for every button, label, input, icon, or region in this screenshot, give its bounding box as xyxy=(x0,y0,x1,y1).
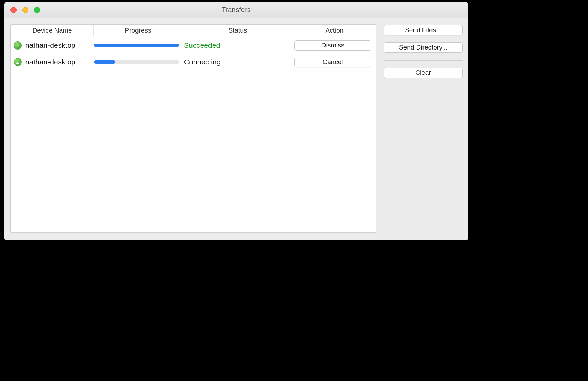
window-content: Device Name Progress Status Action natha… xyxy=(4,18,468,240)
column-header-progress[interactable]: Progress xyxy=(94,25,182,36)
transfers-table: Device Name Progress Status Action natha… xyxy=(10,24,376,233)
progress-bar xyxy=(94,44,179,47)
cell-status: Succeeded xyxy=(182,41,293,50)
cell-progress xyxy=(94,44,182,47)
device-name-label: nathan-desktop xyxy=(25,58,75,66)
progress-bar xyxy=(94,60,115,64)
table-header: Device Name Progress Status Action xyxy=(11,25,376,36)
download-icon xyxy=(14,41,22,50)
progress-track xyxy=(94,60,179,64)
send-directory-button[interactable]: Send Directory... xyxy=(384,42,463,53)
cancel-button[interactable]: Cancel xyxy=(294,57,371,67)
cell-device: nathan-desktop xyxy=(13,41,94,50)
cell-device: nathan-desktop xyxy=(13,58,94,66)
minimize-window-button[interactable] xyxy=(22,7,28,13)
cell-status: Connecting xyxy=(182,58,293,66)
sidebar: Send Files... Send Directory... Clear xyxy=(384,24,463,233)
download-icon xyxy=(14,58,22,66)
column-header-device[interactable]: Device Name xyxy=(11,25,94,36)
cell-progress xyxy=(94,60,182,64)
clear-button[interactable]: Clear xyxy=(384,68,463,78)
table-row[interactable]: nathan-desktopConnectingCancel xyxy=(11,54,376,70)
close-window-button[interactable] xyxy=(10,7,17,13)
progress-track xyxy=(94,44,179,47)
column-header-action[interactable]: Action xyxy=(293,25,376,36)
traffic-lights xyxy=(10,7,40,13)
window-title: Transfers xyxy=(4,6,468,14)
table-body: nathan-desktopSucceededDismissnathan-des… xyxy=(11,36,376,232)
table-row[interactable]: nathan-desktopSucceededDismiss xyxy=(11,37,376,54)
sidebar-separator xyxy=(384,60,463,61)
column-header-status[interactable]: Status xyxy=(182,25,293,36)
cell-action: Cancel xyxy=(293,57,374,67)
titlebar: Transfers xyxy=(4,2,468,18)
transfers-window: Transfers Device Name Progress Status Ac… xyxy=(4,2,468,240)
send-files-button[interactable]: Send Files... xyxy=(384,25,463,35)
cell-action: Dismiss xyxy=(293,40,374,51)
dismiss-button[interactable]: Dismiss xyxy=(294,40,371,51)
device-name-label: nathan-desktop xyxy=(25,41,75,50)
zoom-window-button[interactable] xyxy=(34,7,40,13)
